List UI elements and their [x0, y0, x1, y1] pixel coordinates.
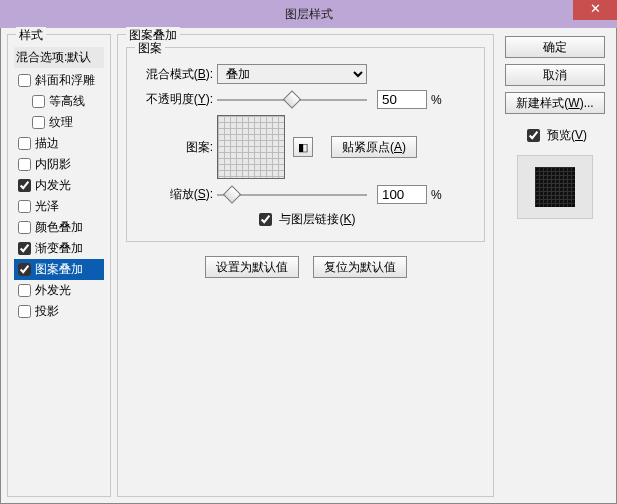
pattern-swatch[interactable] — [217, 115, 285, 179]
new-style-button[interactable]: 新建样式(W)... — [505, 92, 605, 114]
style-checkbox[interactable] — [18, 305, 31, 318]
opacity-input[interactable] — [377, 90, 427, 109]
preview-check-row: 预览(V) — [523, 126, 587, 145]
style-row[interactable]: 纹理 — [14, 112, 104, 133]
pattern-row: 图案: ◧ 贴紧原点(A) — [137, 115, 474, 179]
style-row[interactable]: 图案叠加 — [14, 259, 104, 280]
style-row[interactable]: 等高线 — [14, 91, 104, 112]
style-label: 等高线 — [49, 93, 85, 110]
blend-options-label: 混合选项:默认 — [16, 49, 91, 66]
style-row[interactable]: 内阴影 — [14, 154, 104, 175]
link-checkbox[interactable] — [259, 213, 272, 226]
style-checkbox[interactable] — [18, 284, 31, 297]
default-buttons-row: 设置为默认值 复位为默认值 — [124, 256, 487, 278]
style-checkbox[interactable] — [32, 116, 45, 129]
styles-legend: 样式 — [16, 27, 46, 44]
pattern-label: 图案: — [137, 139, 217, 156]
style-row[interactable]: 描边 — [14, 133, 104, 154]
preview-checkbox[interactable] — [527, 129, 540, 142]
style-list: 混合选项:默认 斜面和浮雕等高线纹理描边内阴影内发光光泽颜色叠加渐变叠加图案叠加… — [14, 45, 104, 322]
opacity-unit: % — [431, 93, 442, 107]
pattern-overlay-groupbox: 图案叠加 图案 混合模式(B): 叠加 不透明度(Y): — [117, 34, 494, 497]
style-label: 外发光 — [35, 282, 71, 299]
link-row: 与图层链接(K) — [137, 210, 474, 229]
right-panel: 确定 取消 新建样式(W)... 预览(V) — [500, 34, 610, 497]
style-label: 颜色叠加 — [35, 219, 83, 236]
style-row[interactable]: 颜色叠加 — [14, 217, 104, 238]
snap-origin-button[interactable]: 贴紧原点(A) — [331, 136, 417, 158]
reset-default-button[interactable]: 复位为默认值 — [313, 256, 407, 278]
style-label: 描边 — [35, 135, 59, 152]
preview-box — [517, 155, 593, 219]
scale-row: 缩放(S): % — [137, 185, 474, 204]
blend-mode-row: 混合模式(B): 叠加 — [137, 64, 474, 84]
style-checkbox[interactable] — [18, 221, 31, 234]
preview-swatch — [535, 167, 575, 207]
style-row[interactable]: 外发光 — [14, 280, 104, 301]
titlebar: 图层样式 ✕ — [0, 0, 617, 28]
blend-options-header[interactable]: 混合选项:默认 — [14, 47, 104, 68]
scale-label: 缩放(S): — [137, 186, 217, 203]
style-row[interactable]: 内发光 — [14, 175, 104, 196]
blend-mode-label: 混合模式(B): — [137, 66, 217, 83]
style-checkbox[interactable] — [18, 263, 31, 276]
pattern-groupbox: 图案 混合模式(B): 叠加 不透明度(Y): — [126, 47, 485, 242]
style-checkbox[interactable] — [18, 179, 31, 192]
style-label: 光泽 — [35, 198, 59, 215]
styles-groupbox: 样式 混合选项:默认 斜面和浮雕等高线纹理描边内阴影内发光光泽颜色叠加渐变叠加图… — [7, 34, 111, 497]
pattern-legend: 图案 — [135, 40, 165, 57]
style-label: 斜面和浮雕 — [35, 72, 95, 89]
preview-label[interactable]: 预览(V) — [547, 127, 587, 144]
style-checkbox[interactable] — [18, 200, 31, 213]
style-label: 内发光 — [35, 177, 71, 194]
style-label: 内阴影 — [35, 156, 71, 173]
style-row[interactable]: 渐变叠加 — [14, 238, 104, 259]
style-checkbox[interactable] — [18, 242, 31, 255]
new-preset-button[interactable]: ◧ — [293, 137, 313, 157]
style-checkbox[interactable] — [18, 137, 31, 150]
opacity-slider[interactable] — [217, 92, 367, 108]
window-title: 图层样式 — [285, 6, 333, 23]
style-checkbox[interactable] — [32, 95, 45, 108]
blend-mode-select[interactable]: 叠加 — [217, 64, 367, 84]
style-row[interactable]: 光泽 — [14, 196, 104, 217]
style-row[interactable]: 斜面和浮雕 — [14, 70, 104, 91]
style-label: 纹理 — [49, 114, 73, 131]
style-label: 渐变叠加 — [35, 240, 83, 257]
dialog-body: 样式 混合选项:默认 斜面和浮雕等高线纹理描边内阴影内发光光泽颜色叠加渐变叠加图… — [0, 28, 617, 504]
style-checkbox[interactable] — [18, 158, 31, 171]
opacity-row: 不透明度(Y): % — [137, 90, 474, 109]
close-button[interactable]: ✕ — [573, 0, 617, 20]
style-checkbox[interactable] — [18, 74, 31, 87]
scale-slider[interactable] — [217, 187, 367, 203]
style-label: 投影 — [35, 303, 59, 320]
cancel-button[interactable]: 取消 — [505, 64, 605, 86]
ok-button[interactable]: 确定 — [505, 36, 605, 58]
set-default-button[interactable]: 设置为默认值 — [205, 256, 299, 278]
style-row[interactable]: 投影 — [14, 301, 104, 322]
scale-input[interactable] — [377, 185, 427, 204]
style-label: 图案叠加 — [35, 261, 83, 278]
link-label[interactable]: 与图层链接(K) — [279, 211, 355, 228]
opacity-label: 不透明度(Y): — [137, 91, 217, 108]
scale-unit: % — [431, 188, 442, 202]
